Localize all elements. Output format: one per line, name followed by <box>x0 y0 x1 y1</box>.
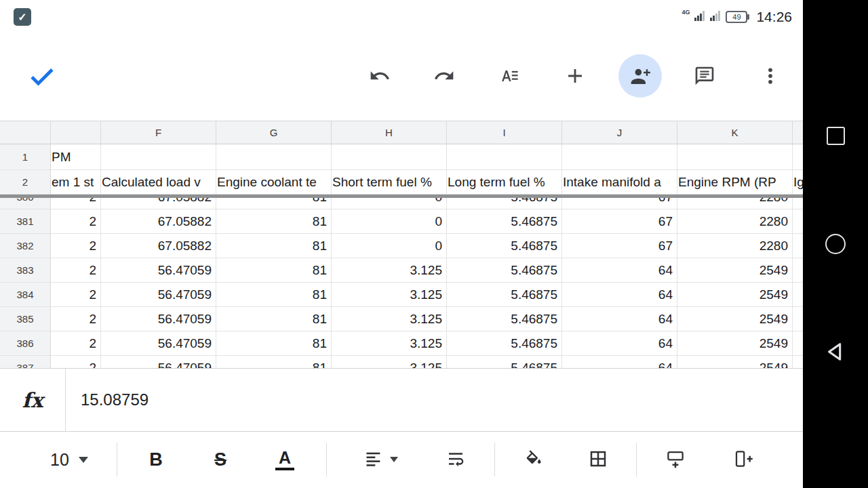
cell[interactable]: 81 <box>216 331 332 356</box>
corner-cell[interactable] <box>0 121 51 144</box>
cell[interactable]: 2549 <box>677 283 793 307</box>
cell[interactable]: 5.46875 <box>447 198 562 209</box>
align-dropdown-button[interactable] <box>353 443 410 476</box>
cell[interactable]: 5.46875 <box>447 283 562 307</box>
cell[interactable]: 2 <box>51 331 101 356</box>
cell[interactable]: 2 <box>51 234 101 258</box>
insert-rows-button[interactable] <box>659 443 692 476</box>
cell[interactable]: 5.46875 <box>447 331 562 356</box>
cell[interactable]: 67.05882 <box>101 209 216 234</box>
cell[interactable]: 2 <box>51 209 101 234</box>
cell[interactable]: 2549 <box>677 258 793 283</box>
cell[interactable]: 3.125 <box>332 258 447 283</box>
cell[interactable]: 3.125 <box>332 356 447 368</box>
undo-button[interactable] <box>363 60 396 92</box>
done-button[interactable] <box>26 60 58 92</box>
cell[interactable]: Engine RPM (RP <box>677 170 793 195</box>
cell[interactable]: Calculated load v <box>101 170 216 195</box>
cell[interactable]: 5.46875 <box>447 209 562 234</box>
strikethrough-button[interactable]: S <box>204 443 237 476</box>
cell[interactable]: 5.46875 <box>447 356 562 368</box>
row-number[interactable]: 381 <box>0 209 51 234</box>
cell[interactable] <box>793 258 803 283</box>
bold-button[interactable]: B <box>140 443 172 476</box>
cell[interactable]: 3.125 <box>332 307 447 331</box>
cell[interactable] <box>793 356 803 368</box>
cell[interactable]: 2549 <box>677 331 793 356</box>
cell[interactable] <box>332 144 447 170</box>
cell[interactable] <box>101 144 216 170</box>
row-number[interactable]: 384 <box>0 283 51 307</box>
cell[interactable]: 81 <box>216 283 332 307</box>
recents-button[interactable] <box>803 115 868 156</box>
cell[interactable]: 67.05882 <box>101 234 216 258</box>
row-number[interactable]: 382 <box>0 234 51 258</box>
cell[interactable]: 5.46875 <box>447 234 562 258</box>
cell[interactable]: 2280 <box>677 198 793 209</box>
cell[interactable] <box>793 331 803 356</box>
cell[interactable]: 64 <box>562 356 677 368</box>
cell[interactable] <box>677 144 793 170</box>
cell[interactable]: PM <box>51 144 101 170</box>
cell[interactable]: 81 <box>216 198 332 209</box>
cell[interactable]: Long term fuel % <box>447 170 562 195</box>
row-number[interactable]: 385 <box>0 307 51 331</box>
cell[interactable]: 81 <box>216 307 332 331</box>
cell[interactable]: Ig <box>793 170 803 195</box>
cell[interactable]: 67 <box>562 234 677 258</box>
row-number[interactable]: 383 <box>0 258 51 283</box>
insert-columns-button[interactable] <box>727 443 760 476</box>
cell[interactable]: 67.05882 <box>101 198 216 209</box>
cell[interactable]: 2 <box>51 356 101 368</box>
cell[interactable]: 56.47059 <box>101 283 216 307</box>
cell[interactable]: 64 <box>562 258 677 283</box>
font-size-dropdown[interactable]: 10 <box>34 443 104 476</box>
cell[interactable] <box>793 234 803 258</box>
cell[interactable]: 2549 <box>677 307 793 331</box>
cell[interactable]: 2 <box>51 283 101 307</box>
row-number[interactable]: 386 <box>0 331 51 356</box>
row-number[interactable]: 380 <box>0 198 51 209</box>
cell[interactable]: Intake manifold a <box>562 170 677 195</box>
cell[interactable] <box>447 144 562 170</box>
cell[interactable]: 81 <box>216 234 332 258</box>
cell[interactable]: Short term fuel % <box>332 170 447 195</box>
cell[interactable] <box>562 144 677 170</box>
cell[interactable]: 0 <box>332 198 447 209</box>
cell[interactable]: 64 <box>562 283 677 307</box>
cell[interactable]: 0 <box>332 209 447 234</box>
cell[interactable] <box>793 209 803 234</box>
cell[interactable]: 2 <box>51 258 101 283</box>
wrap-text-button[interactable] <box>439 443 472 476</box>
cell[interactable]: 2280 <box>677 209 793 234</box>
home-button[interactable] <box>803 224 868 264</box>
cell[interactable]: 0 <box>332 234 447 258</box>
cell[interactable]: 56.47059 <box>101 331 216 356</box>
back-button[interactable] <box>803 332 868 373</box>
cell[interactable]: 56.47059 <box>101 307 216 331</box>
row-number[interactable]: 2 <box>0 170 51 195</box>
redo-button[interactable] <box>428 60 460 92</box>
cell[interactable]: 2 <box>51 198 101 209</box>
column-header-g[interactable]: G <box>216 121 332 144</box>
cell[interactable]: 3.125 <box>332 283 447 307</box>
formula-input[interactable]: 15.08759 <box>66 369 803 431</box>
text-format-button[interactable] <box>492 60 525 92</box>
cell[interactable]: Engine coolant te <box>216 170 332 195</box>
cell[interactable]: 67 <box>562 209 677 234</box>
column-header-partial[interactable] <box>51 121 101 144</box>
cell[interactable]: 2549 <box>677 356 793 368</box>
cell[interactable]: 67 <box>562 198 677 209</box>
cell[interactable]: 3.125 <box>332 331 447 356</box>
fx-icon[interactable]: fx <box>0 369 66 431</box>
row-number[interactable]: 1 <box>0 144 51 170</box>
cell[interactable] <box>216 144 332 170</box>
text-color-button[interactable]: A <box>269 443 301 476</box>
cell[interactable]: 5.46875 <box>447 307 562 331</box>
cell[interactable]: em 1 st <box>51 170 101 195</box>
cell[interactable]: 64 <box>562 307 677 331</box>
comments-button[interactable] <box>688 60 721 92</box>
column-header-i[interactable]: I <box>447 121 562 144</box>
cell[interactable]: 5.46875 <box>447 258 562 283</box>
row-number[interactable]: 387 <box>0 356 51 368</box>
